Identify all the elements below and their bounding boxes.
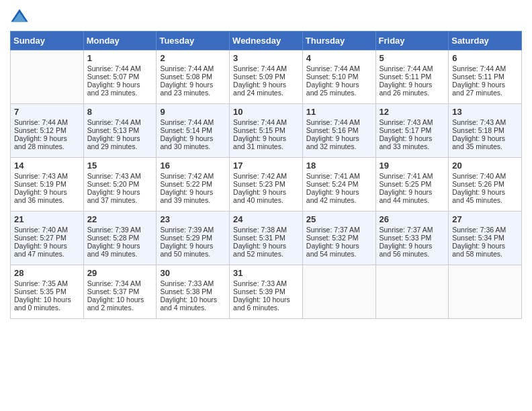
daylight-text: Daylight: 9 hours and 23 minutes. [160, 81, 226, 97]
day-number: 29 [87, 268, 153, 278]
sunrise-text: Sunrise: 7:44 AM [87, 64, 153, 73]
sunrise-text: Sunrise: 7:44 AM [306, 118, 372, 126]
calendar-cell: 2Sunrise: 7:44 AMSunset: 5:08 PMDaylight… [157, 50, 230, 104]
sunrise-text: Sunrise: 7:34 AM [87, 279, 153, 287]
calendar-cell: 18Sunrise: 7:41 AMSunset: 5:24 PMDayligh… [302, 158, 375, 212]
calendar-cell: 21Sunrise: 7:40 AMSunset: 5:27 PMDayligh… [11, 212, 84, 265]
sunset-text: Sunset: 5:10 PM [306, 73, 372, 81]
calendar-cell: 16Sunrise: 7:42 AMSunset: 5:22 PMDayligh… [157, 158, 230, 212]
sunrise-text: Sunrise: 7:37 AM [306, 226, 372, 234]
day-number: 20 [452, 161, 518, 171]
sunrise-text: Sunrise: 7:40 AM [452, 172, 518, 180]
day-number: 12 [380, 107, 445, 117]
day-number: 16 [160, 161, 226, 171]
sunset-text: Sunset: 5:26 PM [452, 180, 518, 188]
sunrise-text: Sunrise: 7:43 AM [87, 172, 153, 180]
sunrise-text: Sunrise: 7:35 AM [14, 279, 80, 287]
daylight-text: Daylight: 9 hours and 33 minutes. [380, 134, 445, 150]
daylight-text: Daylight: 9 hours and 49 minutes. [87, 242, 153, 258]
calendar-cell: 15Sunrise: 7:43 AMSunset: 5:20 PMDayligh… [83, 158, 157, 212]
calendar-cell: 4Sunrise: 7:44 AMSunset: 5:10 PMDaylight… [302, 50, 375, 104]
sunset-text: Sunset: 5:37 PM [87, 287, 153, 295]
day-number: 18 [306, 161, 372, 171]
sunrise-text: Sunrise: 7:39 AM [87, 226, 153, 234]
daylight-text: Daylight: 10 hours and 4 minutes. [160, 295, 226, 312]
sunset-text: Sunset: 5:32 PM [306, 234, 372, 242]
day-number: 31 [233, 268, 299, 278]
day-header-tuesday: Tuesday [157, 32, 230, 50]
calendar-cell: 19Sunrise: 7:41 AMSunset: 5:25 PMDayligh… [375, 158, 449, 212]
calendar-cell: 25Sunrise: 7:37 AMSunset: 5:32 PMDayligh… [302, 212, 375, 265]
daylight-text: Daylight: 9 hours and 29 minutes. [87, 134, 153, 150]
sunset-text: Sunset: 5:33 PM [380, 234, 445, 242]
sunset-text: Sunset: 5:38 PM [160, 287, 226, 295]
sunset-text: Sunset: 5:22 PM [160, 180, 226, 188]
sunset-text: Sunset: 5:34 PM [452, 234, 518, 242]
sunrise-text: Sunrise: 7:33 AM [233, 279, 299, 287]
daylight-text: Daylight: 9 hours and 44 minutes. [380, 188, 445, 204]
daylight-text: Daylight: 9 hours and 37 minutes. [87, 188, 153, 204]
logo-icon [10, 7, 29, 26]
calendar-cell: 11Sunrise: 7:44 AMSunset: 5:16 PMDayligh… [302, 104, 375, 158]
sunrise-text: Sunrise: 7:36 AM [452, 226, 518, 234]
sunrise-text: Sunrise: 7:43 AM [14, 172, 80, 180]
calendar-cell [302, 265, 375, 319]
daylight-text: Daylight: 9 hours and 39 minutes. [160, 188, 226, 204]
day-number: 14 [14, 161, 80, 171]
daylight-text: Daylight: 9 hours and 31 minutes. [233, 134, 299, 150]
daylight-text: Daylight: 9 hours and 56 minutes. [380, 242, 445, 258]
sunrise-text: Sunrise: 7:43 AM [380, 118, 445, 126]
sunset-text: Sunset: 5:29 PM [160, 234, 226, 242]
sunrise-text: Sunrise: 7:44 AM [452, 64, 518, 73]
sunrise-text: Sunrise: 7:44 AM [233, 64, 299, 73]
calendar-week-2: 7Sunrise: 7:44 AMSunset: 5:12 PMDaylight… [11, 104, 522, 158]
sunset-text: Sunset: 5:16 PM [306, 126, 372, 134]
sunrise-text: Sunrise: 7:40 AM [14, 226, 80, 234]
calendar-cell: 23Sunrise: 7:39 AMSunset: 5:29 PMDayligh… [157, 212, 230, 265]
daylight-text: Daylight: 9 hours and 24 minutes. [233, 81, 299, 97]
calendar-cell: 24Sunrise: 7:38 AMSunset: 5:31 PMDayligh… [230, 212, 303, 265]
day-number: 15 [87, 161, 153, 171]
sunset-text: Sunset: 5:13 PM [87, 126, 153, 134]
calendar-cell [375, 265, 449, 319]
sunset-text: Sunset: 5:27 PM [14, 234, 80, 242]
sunrise-text: Sunrise: 7:41 AM [306, 172, 372, 180]
calendar-cell: 9Sunrise: 7:44 AMSunset: 5:14 PMDaylight… [157, 104, 230, 158]
sunrise-text: Sunrise: 7:44 AM [160, 118, 226, 126]
daylight-text: Daylight: 9 hours and 42 minutes. [306, 188, 372, 204]
day-number: 26 [380, 214, 445, 224]
sunset-text: Sunset: 5:31 PM [233, 234, 299, 242]
day-number: 28 [14, 268, 80, 278]
sunset-text: Sunset: 5:18 PM [452, 126, 518, 134]
daylight-text: Daylight: 9 hours and 25 minutes. [306, 81, 372, 97]
day-number: 27 [452, 214, 518, 224]
calendar-cell: 7Sunrise: 7:44 AMSunset: 5:12 PMDaylight… [11, 104, 84, 158]
calendar-header-row: SundayMondayTuesdayWednesdayThursdayFrid… [11, 32, 522, 50]
daylight-text: Daylight: 9 hours and 28 minutes. [14, 134, 80, 150]
sunrise-text: Sunrise: 7:44 AM [160, 64, 226, 73]
day-number: 3 [233, 53, 299, 63]
calendar-cell: 6Sunrise: 7:44 AMSunset: 5:11 PMDaylight… [449, 50, 522, 104]
calendar-week-4: 21Sunrise: 7:40 AMSunset: 5:27 PMDayligh… [11, 212, 522, 265]
sunrise-text: Sunrise: 7:44 AM [233, 118, 299, 126]
day-number: 24 [233, 214, 299, 224]
calendar-cell [11, 50, 84, 104]
logo [10, 7, 32, 26]
calendar-cell: 5Sunrise: 7:44 AMSunset: 5:11 PMDaylight… [375, 50, 449, 104]
calendar-week-5: 28Sunrise: 7:35 AMSunset: 5:35 PMDayligh… [11, 265, 522, 319]
daylight-text: Daylight: 9 hours and 45 minutes. [452, 188, 518, 204]
daylight-text: Daylight: 9 hours and 54 minutes. [306, 242, 372, 258]
daylight-text: Daylight: 9 hours and 40 minutes. [233, 188, 299, 204]
day-number: 2 [160, 53, 226, 63]
sunset-text: Sunset: 5:20 PM [87, 180, 153, 188]
sunset-text: Sunset: 5:14 PM [160, 126, 226, 134]
calendar-cell: 20Sunrise: 7:40 AMSunset: 5:26 PMDayligh… [449, 158, 522, 212]
sunset-text: Sunset: 5:23 PM [233, 180, 299, 188]
day-number: 9 [160, 107, 226, 117]
daylight-text: Daylight: 9 hours and 52 minutes. [233, 242, 299, 258]
sunset-text: Sunset: 5:11 PM [452, 73, 518, 81]
calendar-cell: 8Sunrise: 7:44 AMSunset: 5:13 PMDaylight… [83, 104, 157, 158]
daylight-text: Daylight: 9 hours and 27 minutes. [452, 81, 518, 97]
day-number: 1 [87, 53, 153, 63]
page-header [10, 7, 522, 26]
